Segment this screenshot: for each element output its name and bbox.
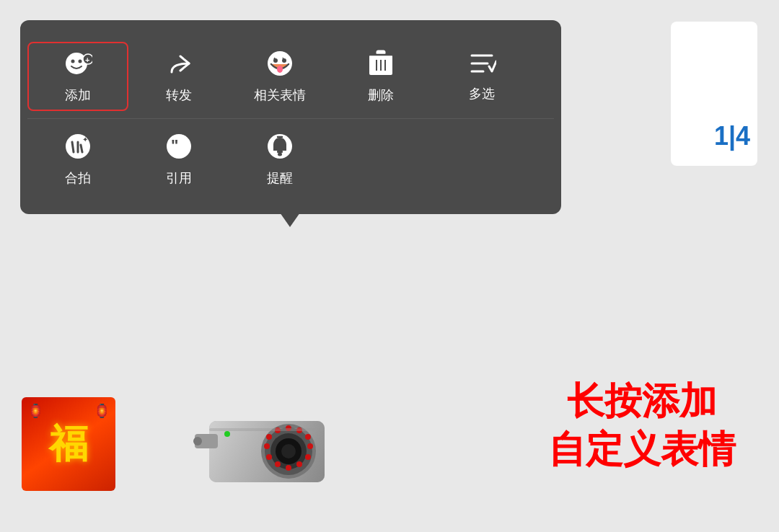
- svg-point-45: [275, 461, 281, 467]
- annotation-text: 长按添加 自定义表情: [548, 377, 736, 474]
- svg-point-7: [282, 58, 286, 63]
- add-emoji-icon: +: [63, 49, 92, 82]
- camera-illustration: [188, 385, 346, 503]
- svg-line-21: [81, 145, 82, 152]
- menu-item-add[interactable]: + 添加: [27, 42, 128, 111]
- svg-point-46: [266, 454, 272, 460]
- svg-point-2: [79, 60, 82, 63]
- menu-item-remind[interactable]: 提醒: [229, 126, 330, 192]
- menu-item-multiselect-label: 多选: [469, 85, 495, 102]
- svg-point-36: [266, 434, 272, 440]
- menu-item-quote-label: 引用: [166, 169, 192, 187]
- multiselect-icon: [467, 50, 496, 81]
- annotation-line2: 自定义表情: [548, 425, 736, 474]
- menu-item-remind-label: 提醒: [267, 169, 293, 187]
- context-menu: + 添加 转发: [20, 20, 561, 214]
- menu-item-quote[interactable]: " 引用: [128, 126, 229, 192]
- menu-item-delete[interactable]: 删除: [330, 43, 431, 110]
- related-emoji-icon: [265, 49, 294, 82]
- svg-point-8: [277, 66, 283, 73]
- menu-item-multiselect[interactable]: 多选: [431, 45, 532, 108]
- svg-point-43: [296, 461, 302, 467]
- svg-point-41: [307, 443, 313, 449]
- svg-point-42: [305, 454, 311, 460]
- menu-item-forward-label: 转发: [166, 87, 192, 104]
- svg-text:+: +: [85, 56, 89, 64]
- white-card: 1|4: [671, 22, 757, 166]
- menu-item-delete-label: 删除: [368, 87, 394, 104]
- menu-item-add-label: 添加: [65, 87, 91, 104]
- lantern-right-icon: 🏮: [94, 403, 110, 419]
- svg-point-51: [224, 431, 230, 437]
- delete-icon: [368, 49, 394, 82]
- menu-item-forward[interactable]: 转发: [128, 43, 229, 110]
- svg-point-1: [71, 60, 75, 63]
- svg-point-40: [305, 434, 311, 440]
- fu-sticker: 🏮 🏮: [22, 397, 115, 491]
- svg-text:✦: ✦: [82, 136, 88, 143]
- collab-icon: ✦: [63, 132, 92, 165]
- menu-row-1: + 添加 转发: [27, 35, 554, 118]
- menu-row-2: ✦ 合拍 " 引用: [27, 118, 554, 200]
- menu-item-emoji-label: 相关表情: [254, 87, 306, 104]
- svg-point-35: [281, 444, 296, 458]
- menu-item-collab-label: 合拍: [65, 169, 91, 187]
- forward-icon: [164, 49, 193, 82]
- svg-point-47: [264, 443, 270, 449]
- menu-item-emoji[interactable]: 相关表情: [229, 43, 330, 110]
- svg-line-19: [72, 142, 74, 152]
- svg-point-49: [193, 437, 202, 445]
- quote-icon: ": [164, 132, 193, 165]
- remind-icon: [265, 132, 294, 165]
- svg-point-44: [286, 465, 291, 471]
- annotation-line1: 长按添加: [548, 377, 736, 426]
- svg-point-27: [278, 153, 282, 156]
- lantern-left-icon: 🏮: [27, 403, 43, 419]
- card-number: 1|4: [714, 121, 750, 151]
- svg-text:": ": [171, 136, 178, 154]
- menu-item-collab[interactable]: ✦ 合拍: [27, 126, 128, 192]
- svg-rect-50: [209, 428, 325, 431]
